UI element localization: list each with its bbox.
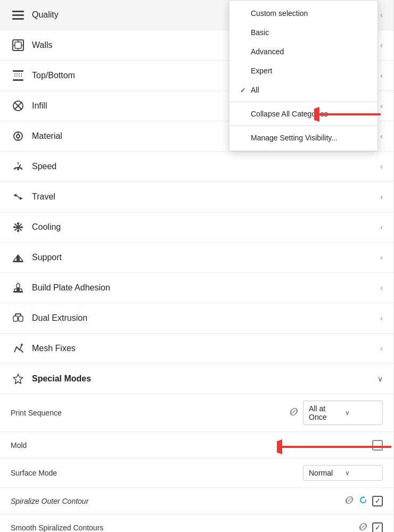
meshfix-icon — [11, 341, 26, 356]
dropdown-expert-label: Expert — [251, 66, 272, 75]
buildplate-icon — [11, 280, 26, 295]
chevron-buildplate: ‹ — [380, 284, 383, 292]
spiralize-label: Spiralize Outer Contour — [11, 497, 344, 505]
sidebar-item-meshfix[interactable]: Mesh Fixes ‹ — [0, 334, 393, 364]
svg-point-31 — [17, 226, 20, 229]
chevron-speed: ‹ — [380, 162, 383, 171]
smooth-spiralized-label: Smooth Spiralized Contours — [11, 523, 358, 532]
svg-line-26 — [17, 195, 20, 198]
dropdown-item-manage[interactable]: Manage Setting Visibility... — [229, 128, 377, 147]
dropdown-item-advanced[interactable]: Advanced — [229, 42, 377, 61]
svg-point-18 — [17, 135, 20, 138]
sidebar-item-special-modes[interactable]: Special Modes ∨ — [0, 364, 393, 394]
dropdown-item-collapse[interactable]: Collapse All Categories — [229, 104, 377, 123]
sidebar-item-support[interactable]: Support ‹ — [0, 243, 393, 273]
chevron-meshfix: ‹ — [380, 344, 383, 353]
chevron-quality: ‹ — [380, 11, 383, 19]
link-icon-smooth-spiralized[interactable] — [358, 522, 368, 533]
chevron-infill: ‹ — [380, 102, 383, 110]
svg-point-22 — [17, 168, 19, 170]
surface-mode-arrow: ∨ — [345, 469, 377, 477]
quality-icon — [11, 7, 26, 22]
dropdown-basic-label: Basic — [251, 28, 269, 37]
dual-icon — [11, 311, 26, 326]
dropdown-item-custom[interactable]: Custom selection — [229, 4, 377, 23]
svg-rect-42 — [13, 291, 23, 293]
dropdown-item-expert[interactable]: Expert — [229, 61, 377, 80]
print-sequence-dropdown[interactable]: All at Once ∨ — [303, 401, 383, 425]
sidebar-item-dual[interactable]: Dual Extrusion ‹ — [0, 303, 393, 334]
spiralize-checkbox[interactable]: ✓ — [372, 496, 383, 506]
sidebar-label-support: Support — [32, 253, 380, 262]
sidebar-label-special-modes: Special Modes — [32, 374, 377, 384]
sidebar-label-speed: Speed — [32, 162, 380, 171]
walls-icon — [11, 38, 26, 53]
sidebar-item-travel[interactable]: Travel ‹ — [0, 182, 393, 212]
check-mark-spiralize: ✓ — [375, 497, 381, 505]
chevron-travel: ‹ — [380, 193, 383, 201]
svg-rect-1 — [12, 14, 24, 16]
dropdown-all-label: All — [251, 86, 259, 94]
print-sequence-value: All at Once — [309, 404, 341, 421]
sidebar-label-cooling: Cooling — [32, 222, 380, 232]
mold-label: Mold — [11, 441, 372, 450]
support-icon — [11, 250, 26, 265]
cooling-icon — [11, 220, 26, 235]
svg-rect-10 — [13, 70, 23, 72]
chevron-walls: ‹ — [380, 41, 383, 49]
smooth-spiralized-checkbox[interactable]: ✓ — [372, 522, 383, 533]
settings-dropdown-menu: Custom selection Basic Advanced Expert ✓… — [229, 0, 378, 151]
svg-line-53 — [21, 350, 23, 352]
svg-rect-47 — [13, 316, 18, 321]
settings-row-smooth-spiralized: Smooth Spiralized Contours ✓ — [0, 514, 393, 532]
svg-point-52 — [21, 344, 23, 346]
reset-icon-spiralize[interactable] — [358, 495, 368, 507]
settings-row-mold: Mold — [0, 432, 393, 459]
svg-rect-11 — [13, 79, 23, 81]
topbottom-icon — [11, 68, 26, 83]
sidebar-item-cooling[interactable]: Cooling ‹ — [0, 212, 393, 243]
infill-icon — [11, 98, 26, 113]
svg-marker-54 — [13, 374, 23, 384]
settings-row-spiralize: Spiralize Outer Contour ✓ — [0, 488, 393, 514]
material-icon — [11, 129, 26, 144]
print-sequence-label: Print Sequence — [11, 409, 289, 417]
mold-checkbox[interactable] — [372, 440, 383, 451]
chevron-cooling: ‹ — [380, 223, 383, 231]
chevron-down-special-modes: ∨ — [377, 375, 383, 383]
speed-icon — [11, 159, 26, 174]
svg-rect-5 — [15, 42, 21, 48]
surface-mode-label: Surface Mode — [11, 469, 303, 477]
dropdown-custom-label: Custom selection — [251, 9, 308, 18]
dropdown-arrow: ∨ — [345, 409, 377, 417]
link-icon-print-sequence[interactable] — [289, 407, 299, 419]
special-modes-icon — [11, 371, 26, 386]
dropdown-divider-1 — [229, 102, 377, 102]
chevron-support: ‹ — [380, 253, 383, 262]
sidebar-label-meshfix: Mesh Fixes — [32, 344, 380, 353]
chevron-dual: ‹ — [380, 314, 383, 322]
chevron-topbottom: ‹ — [380, 71, 383, 80]
sidebar-label-dual: Dual Extrusion — [32, 313, 380, 323]
dropdown-manage-label: Manage Setting Visibility... — [251, 134, 338, 142]
dropdown-advanced-label: Advanced — [251, 47, 284, 56]
dropdown-collapse-label: Collapse All Categories — [251, 110, 328, 118]
sidebar-label-travel: Travel — [32, 192, 380, 202]
dropdown-item-all[interactable]: ✓ All — [229, 80, 377, 99]
sidebar-label-buildplate: Build Plate Adhesion — [32, 283, 380, 293]
dropdown-item-basic[interactable]: Basic — [229, 23, 377, 42]
surface-mode-value: Normal — [309, 469, 341, 477]
link-icon-spiralize[interactable] — [344, 495, 354, 507]
svg-marker-55 — [363, 496, 365, 498]
settings-row-print-sequence: Print Sequence All at Once ∨ — [0, 394, 393, 432]
sidebar-item-speed[interactable]: Speed ‹ — [0, 152, 393, 182]
sidebar-item-buildplate[interactable]: Build Plate Adhesion ‹ — [0, 273, 393, 303]
settings-row-surface-mode: Surface Mode Normal ∨ — [0, 459, 393, 488]
check-mark-smooth: ✓ — [375, 523, 381, 531]
svg-rect-2 — [12, 18, 24, 20]
svg-rect-48 — [19, 316, 23, 321]
travel-icon — [11, 189, 26, 204]
surface-mode-dropdown[interactable]: Normal ∨ — [303, 465, 383, 481]
chevron-material: ‹ — [380, 132, 383, 140]
dropdown-divider-2 — [229, 126, 377, 126]
